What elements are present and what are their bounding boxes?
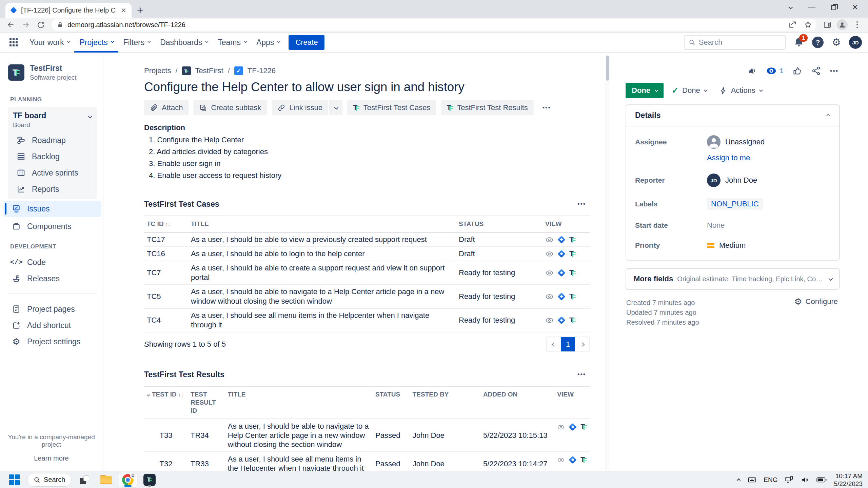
file-explorer-button[interactable] xyxy=(97,472,115,487)
language-indicator[interactable]: ENG xyxy=(764,476,777,484)
learn-more-link[interactable]: Learn more xyxy=(0,454,103,462)
column-header-status[interactable]: STATUS xyxy=(456,216,542,232)
nav-dashboards[interactable]: Dashboards xyxy=(155,32,213,53)
jira-issue-icon[interactable] xyxy=(557,269,565,277)
breadcrumb-issue-key[interactable]: TF-1226 xyxy=(248,66,276,75)
side-panel-icon[interactable] xyxy=(821,18,834,32)
testfirst-icon[interactable]: TF xyxy=(580,456,587,464)
column-header-title[interactable]: TITLE xyxy=(188,216,456,232)
taskbar-clock[interactable]: 10:17 AM 5/22/2023 xyxy=(834,472,863,488)
prev-page-icon[interactable] xyxy=(547,337,561,351)
tray-expand-icon[interactable] xyxy=(737,478,741,482)
nav-projects[interactable]: Projects xyxy=(74,32,118,53)
page-number[interactable]: 1 xyxy=(561,337,575,351)
volume-icon[interactable] xyxy=(801,475,809,484)
chrome-taskbar-button[interactable] xyxy=(119,472,137,487)
priority-value[interactable]: Medium xyxy=(707,241,830,250)
reload-icon[interactable] xyxy=(34,18,47,32)
taskbar-search[interactable]: Search xyxy=(27,473,72,487)
bookmark-star-icon[interactable] xyxy=(802,19,814,30)
address-bar[interactable]: demoorg.atlassian.net/browse/TF-1226 xyxy=(52,19,816,30)
sidebar-item-reports[interactable]: Reports xyxy=(13,181,94,197)
link-issue-button[interactable]: Link issue xyxy=(272,100,328,115)
column-header-test-result-id[interactable]: TEST RESULT ID xyxy=(188,386,225,419)
user-avatar[interactable]: JD xyxy=(849,36,862,49)
breadcrumb-project[interactable]: TestFirst xyxy=(195,66,223,75)
watchers-button[interactable]: 1 xyxy=(766,67,784,75)
next-page-icon[interactable] xyxy=(575,337,589,351)
settings-gear-icon[interactable]: ⚙ xyxy=(832,37,841,47)
testfirst-test-results-button[interactable]: TF TestFirst Test Results xyxy=(441,100,534,115)
nav-teams[interactable]: Teams xyxy=(213,32,251,53)
reporter-value[interactable]: JD John Doe xyxy=(707,174,830,187)
sidebar-item-roadmap[interactable]: Roadmap xyxy=(13,132,94,148)
testfirst-icon[interactable]: TF xyxy=(569,292,576,301)
resolution-button[interactable]: ✓ Done xyxy=(666,83,712,98)
sort-icon[interactable]: ↑↓ xyxy=(178,392,183,398)
test-cases-more-icon[interactable]: ••• xyxy=(573,197,590,211)
help-icon[interactable]: ? xyxy=(812,37,824,48)
feedback-megaphone-icon[interactable] xyxy=(747,66,757,76)
eye-icon[interactable] xyxy=(545,250,554,258)
app-switcher-icon[interactable] xyxy=(6,35,21,50)
window-close-button[interactable]: ✕ xyxy=(844,0,866,15)
start-button[interactable] xyxy=(5,472,23,487)
sidebar-item-backlog[interactable]: Backlog xyxy=(13,148,94,165)
global-search[interactable] xyxy=(684,35,786,50)
testfirst-icon[interactable]: TF xyxy=(569,250,576,258)
breadcrumb-projects[interactable]: Projects xyxy=(144,66,171,75)
assign-to-me-link[interactable]: Assign to me xyxy=(707,154,750,162)
jira-issue-icon[interactable] xyxy=(557,250,565,258)
column-header-test-id[interactable]: TEST ID↑↓ xyxy=(144,386,188,419)
jira-issue-icon[interactable] xyxy=(557,236,565,243)
back-icon[interactable] xyxy=(4,18,18,32)
sidebar-item-components[interactable]: Components xyxy=(8,218,97,235)
board-name[interactable]: TF board xyxy=(13,111,94,120)
details-header[interactable]: Details xyxy=(626,105,839,126)
eye-icon[interactable] xyxy=(545,269,554,277)
attach-button[interactable]: Attach xyxy=(144,100,189,115)
eye-icon[interactable] xyxy=(545,236,554,244)
eye-icon[interactable] xyxy=(545,316,554,325)
search-input[interactable] xyxy=(699,38,781,47)
testfirst-icon[interactable]: TF xyxy=(580,423,587,431)
sidebar-item-code[interactable]: </> Code xyxy=(8,254,97,270)
battery-icon[interactable] xyxy=(816,477,827,483)
nav-filters[interactable]: Filters xyxy=(118,32,155,53)
browser-tab[interactable]: [TF-1226] Configure the Help Ce × xyxy=(5,3,132,18)
more-actions-icon[interactable]: ••• xyxy=(538,100,555,115)
nav-your-work[interactable]: Your work xyxy=(24,32,74,53)
column-header-added-on[interactable]: ADDED ON xyxy=(480,386,554,419)
share-icon[interactable] xyxy=(811,66,821,76)
browser-profile-avatar[interactable] xyxy=(835,18,849,32)
more-fields-card[interactable]: More fields Original estimate, Time trac… xyxy=(626,268,840,290)
jira-issue-icon[interactable] xyxy=(569,423,577,431)
jira-issue-icon[interactable] xyxy=(569,456,577,464)
vote-thumbs-up-icon[interactable] xyxy=(793,66,802,76)
test-results-more-icon[interactable]: ••• xyxy=(573,367,590,382)
sidebar-item-add-shortcut[interactable]: Add shortcut xyxy=(8,317,97,333)
testfirst-test-cases-button[interactable]: TF TestFirst Test Cases xyxy=(347,100,436,115)
collapse-icon[interactable] xyxy=(147,393,150,396)
sort-icon[interactable]: ↑↓ xyxy=(165,221,171,227)
sidebar-item-issues[interactable]: Issues xyxy=(3,201,101,217)
testfirst-icon[interactable]: TF xyxy=(569,269,576,277)
notifications-button[interactable]: 1 xyxy=(794,37,804,47)
testfirst-icon[interactable]: TF xyxy=(569,236,576,244)
column-header-tc-id[interactable]: TC ID↑↓ xyxy=(144,216,188,232)
label-chip[interactable]: NON_PUBLIC xyxy=(707,198,763,210)
column-header-title[interactable]: TITLE xyxy=(225,386,373,419)
panel-more-icon[interactable]: ••• xyxy=(830,67,839,75)
task-view-button[interactable] xyxy=(76,472,93,487)
testfirst-icon[interactable]: TF xyxy=(569,316,576,324)
jira-issue-icon[interactable] xyxy=(557,316,565,324)
nav-apps[interactable]: Apps xyxy=(251,32,284,53)
actions-button[interactable]: Actions xyxy=(715,83,767,98)
sidebar-item-project-pages[interactable]: Project pages xyxy=(8,301,97,317)
scrollbar-thumb[interactable] xyxy=(606,56,609,81)
share-page-icon[interactable] xyxy=(787,19,798,30)
jira-issue-icon[interactable] xyxy=(557,292,565,300)
new-tab-button[interactable]: + xyxy=(137,5,143,16)
browser-menu-icon[interactable] xyxy=(850,18,864,32)
create-subtask-button[interactable]: Create subtask xyxy=(193,100,267,115)
